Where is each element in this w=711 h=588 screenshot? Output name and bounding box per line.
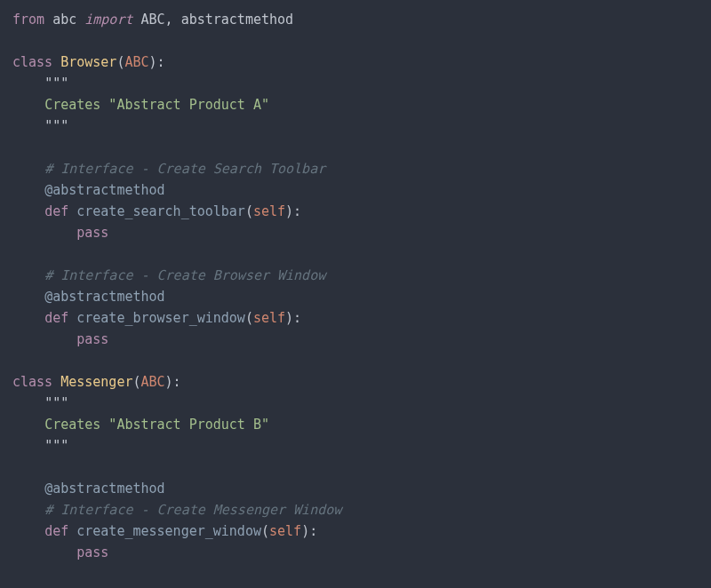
decorator-name: abstractmethod xyxy=(52,481,164,497)
rparen-colon: ): xyxy=(301,523,317,539)
param-self: self xyxy=(269,523,301,539)
rparen-colon: ): xyxy=(149,54,165,70)
lparen: ( xyxy=(132,374,140,390)
code-line: @abstractmethod xyxy=(12,481,165,497)
class-name-messenger: Messenger xyxy=(60,374,132,390)
keyword-def: def xyxy=(44,203,68,219)
keyword-def: def xyxy=(44,523,68,539)
lparen: ( xyxy=(245,203,253,219)
code-line: @abstractmethod xyxy=(12,289,165,305)
keyword-class: class xyxy=(12,54,52,70)
code-line: pass xyxy=(12,544,108,560)
docstring-text: Creates "Abstract Product A" xyxy=(44,97,269,113)
function-name: create_search_toolbar xyxy=(76,203,245,219)
comma: , xyxy=(165,12,173,28)
code-line: """ xyxy=(12,118,68,134)
decorator-at: @ xyxy=(44,481,52,497)
function-name: create_messenger_window xyxy=(76,523,261,539)
comment: # Interface - Create Browser Window xyxy=(44,267,325,283)
class-name-browser: Browser xyxy=(60,54,116,70)
decorator-at: @ xyxy=(44,182,52,198)
code-line: Creates "Abstract Product B" xyxy=(12,417,269,433)
docstring-open: """ xyxy=(44,395,68,411)
keyword-from: from xyxy=(12,12,44,28)
code-line: # Interface - Create Browser Window xyxy=(12,267,325,283)
docstring-close: """ xyxy=(44,438,68,454)
param-self: self xyxy=(253,310,285,326)
code-line: """ xyxy=(12,395,68,411)
code-line: class Browser(ABC): xyxy=(12,54,165,70)
code-line: def create_messenger_window(self): xyxy=(12,523,317,539)
code-line: pass xyxy=(12,225,108,241)
code-line: Creates "Abstract Product A" xyxy=(12,97,269,113)
code-line: """ xyxy=(12,438,68,454)
code-block: from abc import ABC, abstractmethod clas… xyxy=(0,0,711,572)
docstring-open: """ xyxy=(44,75,68,91)
docstring-text: Creates "Abstract Product B" xyxy=(44,417,269,433)
comment: # Interface - Create Search Toolbar xyxy=(44,161,325,177)
keyword-class: class xyxy=(12,374,52,390)
lparen: ( xyxy=(261,523,269,539)
base-abc: ABC xyxy=(141,374,165,390)
rparen-colon: ): xyxy=(285,310,301,326)
keyword-def: def xyxy=(44,310,68,326)
base-abc: ABC xyxy=(124,54,148,70)
code-line: def create_browser_window(self): xyxy=(12,310,301,326)
code-line: @abstractmethod xyxy=(12,182,165,198)
keyword-import: import xyxy=(84,12,132,28)
param-self: self xyxy=(253,203,285,219)
function-name: create_browser_window xyxy=(76,310,245,326)
rparen-colon: ): xyxy=(165,374,181,390)
code-line: class Messenger(ABC): xyxy=(12,374,181,390)
import-abc: ABC xyxy=(141,12,165,28)
code-line: from abc import ABC, abstractmethod xyxy=(12,12,293,28)
code-line: # Interface - Create Search Toolbar xyxy=(12,161,325,177)
keyword-pass: pass xyxy=(76,544,108,560)
code-line: pass xyxy=(12,331,108,347)
code-line: """ xyxy=(12,75,68,91)
keyword-pass: pass xyxy=(76,225,108,241)
code-line: # Interface - Create Messenger Window xyxy=(12,502,341,518)
decorator-name: abstractmethod xyxy=(52,289,164,305)
lparen: ( xyxy=(245,310,253,326)
module-abc: abc xyxy=(52,12,76,28)
docstring-close: """ xyxy=(44,118,68,134)
code-line: def create_search_toolbar(self): xyxy=(12,203,301,219)
import-abstractmethod: abstractmethod xyxy=(181,12,293,28)
decorator-name: abstractmethod xyxy=(52,182,164,198)
rparen-colon: ): xyxy=(285,203,301,219)
comment: # Interface - Create Messenger Window xyxy=(44,502,341,518)
keyword-pass: pass xyxy=(76,331,108,347)
decorator-at: @ xyxy=(44,289,52,305)
